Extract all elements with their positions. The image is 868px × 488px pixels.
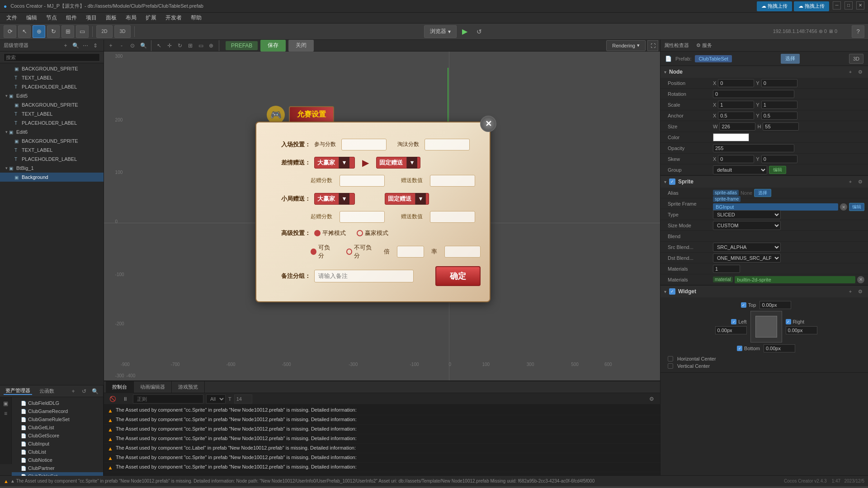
tree-item-text-label3[interactable]: T TEXT_LABEL (0, 145, 104, 155)
tool-3d[interactable]: 3D (114, 25, 131, 38)
tree-item-bg-sprite1[interactable]: ▣ BACKGROUND_SPRITE (0, 64, 104, 73)
tree-item-background[interactable]: ▣ Background (0, 173, 104, 182)
tree-item-btbig[interactable]: ▾ ▣ BtBig_1 (0, 164, 104, 173)
console-clear-btn[interactable]: 🚫 (108, 394, 118, 404)
hierarchy-search-btn[interactable]: 🔍 (71, 41, 80, 50)
scene-zoom-out[interactable]: - (117, 41, 127, 51)
node-section-header[interactable]: ▾ Node + ⚙ (660, 66, 868, 78)
menu-extension[interactable]: 扩展 (141, 13, 161, 23)
tree-item-text-label2[interactable]: T TEXT_LABEL (0, 109, 104, 118)
no-lose-radio[interactable]: 不可负分 (346, 244, 375, 260)
send-val-input1[interactable] (430, 175, 475, 187)
close-button[interactable]: ✕ (856, 1, 864, 9)
bottom-input[interactable] (764, 344, 795, 352)
group-select[interactable]: default (713, 165, 767, 174)
menu-developer[interactable]: 开发者 (161, 13, 186, 23)
sprite-add-btn[interactable]: + (846, 178, 854, 186)
left-check[interactable]: ✓ Left (731, 319, 746, 324)
asset-item-clubinput[interactable]: 📄 ClubInput (12, 440, 103, 448)
asset-item-clubgamerecord[interactable]: 📄 ClubGameRecord (12, 407, 103, 415)
color-picker[interactable] (713, 133, 749, 141)
scene-zoom-in[interactable]: + (106, 41, 116, 51)
3d-toggle-btn[interactable]: 3D (849, 54, 863, 64)
right-input[interactable] (786, 326, 817, 334)
widget-add-btn[interactable]: + (846, 287, 854, 296)
console-level-select[interactable]: All (206, 394, 226, 404)
top-check[interactable]: ✓ Top (741, 302, 756, 308)
menu-help[interactable]: 帮助 (186, 13, 206, 23)
cloud-upload-btn2[interactable]: ☁ 拖拽上传 (794, 1, 829, 11)
alias-choose-btn[interactable]: 选择 (754, 189, 771, 197)
asset-item-clubgetscore[interactable]: 📄 ClubGetScore (12, 432, 103, 440)
vertical-center-check[interactable]: Vertical Center (668, 363, 864, 369)
menu-layout[interactable]: 布局 (121, 13, 141, 23)
scene-fit[interactable]: ⊙ (127, 41, 137, 51)
tool-transform[interactable]: ⊕ (33, 25, 45, 38)
start-score-input2[interactable] (340, 211, 385, 223)
emotion-gift-select1[interactable]: 大赢家 ▾ (314, 157, 355, 169)
join-score-input[interactable] (341, 139, 387, 150)
tool-scale[interactable]: ⊞ (61, 25, 74, 38)
skew-x-input[interactable] (718, 155, 754, 163)
materials-count-input[interactable] (713, 265, 740, 273)
can-lose-radio[interactable]: 可负分 (311, 244, 334, 260)
horizontal-center-check[interactable]: Horizontal Center (668, 356, 864, 361)
refresh-button[interactable]: ↺ (473, 25, 486, 38)
asset-list-btn[interactable]: ≡ (1, 409, 10, 418)
sprite-check[interactable]: ✓ (669, 178, 675, 185)
asset-node-btn[interactable]: ▣ (1, 399, 10, 408)
asset-item-clubpartner[interactable]: 📄 ClubPartner (12, 464, 103, 472)
scene-canvas[interactable]: 300 200 100 0 -100 -200 -300 -400 -900 -… (104, 52, 660, 380)
tree-item-edit6[interactable]: ▾ ▣ Edit6 (0, 127, 104, 136)
tree-item-placeholder1[interactable]: T PLACEHOLDER_LABEL (0, 82, 104, 91)
tree-item-bg-sprite2[interactable]: ▣ BACKGROUND_SPRITE (0, 100, 104, 109)
size-w-input[interactable] (719, 122, 755, 131)
rotation-input[interactable] (713, 90, 794, 98)
console-pause-btn[interactable]: ⏸ (120, 394, 130, 404)
confirm-button[interactable]: 确定 (435, 266, 481, 286)
menu-edit[interactable]: 编辑 (22, 13, 42, 23)
prefab-close-btn[interactable]: 关闭 (288, 40, 314, 52)
cloud-upload-btn1[interactable]: ☁ 拖拽上传 (757, 1, 792, 11)
tool-rect[interactable]: ▭ (76, 25, 89, 38)
hierarchy-more-btn[interactable]: ⋯ (81, 41, 90, 50)
top-input[interactable] (760, 301, 791, 309)
console-settings-btn[interactable]: ⚙ (646, 394, 656, 404)
size-mode-select[interactable]: CUSTOM (713, 221, 781, 230)
hierarchy-add-btn[interactable]: + (61, 41, 70, 50)
scene-tool-move[interactable]: ✛ (165, 41, 175, 51)
scene-tool-scale[interactable]: ⊞ (185, 41, 195, 51)
console-filter-input[interactable] (133, 394, 203, 404)
tool-move[interactable]: ⟳ (4, 25, 16, 38)
note-input[interactable] (314, 270, 414, 282)
asset-tab[interactable]: 资产管理器 (4, 387, 32, 395)
console-tab-main[interactable]: 控制台 (106, 381, 134, 393)
scene-search[interactable]: 🔍 (138, 41, 148, 51)
asset-item-clubtableset[interactable]: 📄 ClubTableSet (12, 472, 103, 476)
font-size-input[interactable] (234, 394, 252, 404)
menu-panel[interactable]: 面板 (101, 13, 121, 23)
widget-gear-btn[interactable]: ⚙ (856, 287, 864, 296)
scene-tool-rotate[interactable]: ↻ (175, 41, 185, 51)
asset-item-clubgetlist[interactable]: 📄 ClubGetList (12, 423, 103, 432)
prefab-save-btn[interactable]: 保存 (260, 40, 286, 52)
scene-tool-select[interactable]: ↖ (154, 41, 164, 51)
right-check[interactable]: ✓ Right (786, 319, 805, 324)
tree-item-bg-sprite3[interactable]: ▣ BACKGROUND_SPRITE (0, 136, 104, 145)
small-gift-select1[interactable]: 大赢家 ▾ (314, 193, 355, 205)
win-mode-radio[interactable]: 赢家模式 (357, 229, 388, 237)
hierarchy-search-input[interactable] (4, 53, 100, 61)
anchor-y-input[interactable] (761, 112, 797, 120)
dst-blend-select[interactable]: ONE_MINUS_SRC_ALPHA (713, 253, 781, 263)
maximize-button[interactable]: □ (844, 1, 853, 9)
render-dropdown[interactable]: Rendering ▾ (606, 40, 646, 51)
opacity-input[interactable] (713, 144, 794, 152)
scale-y-input[interactable] (761, 101, 797, 109)
scene-tool-anchor[interactable]: ⊕ (206, 41, 216, 51)
node-add-component-btn[interactable]: + (846, 68, 854, 76)
dialog-close-btn[interactable]: ✕ (480, 116, 496, 132)
emotion-gift-select2[interactable]: 固定赠送 ▾ (376, 157, 420, 169)
node-gear-btn[interactable]: ⚙ (856, 68, 864, 76)
browser-button[interactable]: 浏览器 ▾ (424, 25, 457, 38)
elim-score-input[interactable] (425, 139, 470, 150)
